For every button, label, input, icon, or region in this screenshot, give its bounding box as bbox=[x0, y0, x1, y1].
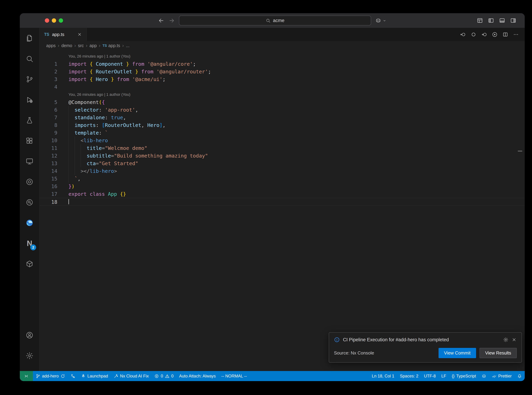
activitybar-item-search[interactable] bbox=[21, 50, 38, 67]
code-line-16[interactable]: 16}) bbox=[40, 182, 525, 190]
line-number[interactable]: 9 bbox=[40, 129, 57, 137]
statusbar-remote-indicator[interactable] bbox=[20, 371, 33, 381]
toggle-file-changes-button[interactable] bbox=[471, 32, 476, 37]
toggle-file-heatmap-button[interactable] bbox=[481, 32, 487, 37]
activitybar-item-extensions[interactable] bbox=[21, 132, 38, 149]
breadcrumb-item-src[interactable]: src bbox=[78, 43, 84, 48]
activitybar-item-package-explorer[interactable] bbox=[21, 256, 38, 272]
code-line-9[interactable]: 9 template: ` bbox=[40, 129, 525, 137]
statusbar-copilot-status[interactable] bbox=[479, 371, 489, 381]
statusbar-problems[interactable]: 00 bbox=[151, 371, 176, 381]
statusbar-git-branch[interactable]: add-hero bbox=[33, 371, 68, 381]
codelens-annotation[interactable]: You, 26 minutes ago | 1 author (You) bbox=[69, 91, 525, 99]
code-line-4[interactable]: 4 bbox=[40, 83, 525, 91]
code-line-11[interactable]: 11 title="Welcmoe demo" bbox=[40, 144, 525, 152]
go-forward-button[interactable] bbox=[168, 17, 175, 24]
line-number[interactable]: 6 bbox=[40, 106, 57, 114]
activitybar-item-search-and-compare[interactable] bbox=[21, 194, 38, 211]
line-number[interactable]: 13 bbox=[40, 159, 57, 167]
codelens-row[interactable]: You, 26 minutes ago | 1 author (You) bbox=[40, 53, 525, 60]
breadcrumb-item-app-ts[interactable]: TSapp.ts bbox=[102, 43, 120, 48]
code-line-12[interactable]: 12 subtitle="Build something amazing tod… bbox=[40, 152, 525, 159]
notification-settings-icon[interactable] bbox=[503, 337, 508, 342]
line-number[interactable]: 7 bbox=[40, 114, 57, 121]
line-number[interactable]: 4 bbox=[40, 83, 57, 91]
line-number[interactable]: 17 bbox=[40, 190, 57, 198]
code-line-2[interactable]: 2import { RouterOutlet } from '@angular/… bbox=[40, 68, 525, 76]
statusbar-nx-cloud-ai-fix[interactable]: Nx Cloud AI Fix bbox=[111, 371, 151, 381]
statusbar-language-mode[interactable]: {}TypeScript bbox=[449, 371, 479, 381]
code-line-10[interactable]: 10 <lib-hero bbox=[40, 137, 525, 144]
code-line-18[interactable]: 18 bbox=[40, 198, 525, 205]
statusbar-cursor-position[interactable]: Ln 18, Col 1 bbox=[369, 371, 397, 381]
command-center-search[interactable]: acme bbox=[179, 16, 371, 26]
line-number[interactable]: 10 bbox=[40, 137, 57, 144]
toggle-panel-button[interactable] bbox=[499, 17, 505, 24]
line-number[interactable]: 12 bbox=[40, 152, 57, 159]
line-number[interactable]: 11 bbox=[40, 144, 57, 152]
statusbar-vim-mode[interactable]: -- NORMAL -- bbox=[219, 371, 250, 381]
statusbar-git-compare[interactable] bbox=[68, 371, 78, 381]
code-line-7[interactable]: 7 standalone: true, bbox=[40, 114, 525, 121]
statusbar-encoding[interactable]: UTF-8 bbox=[421, 371, 439, 381]
zoom-window-button[interactable] bbox=[59, 18, 63, 23]
go-back-button[interactable] bbox=[158, 17, 164, 24]
toggle-secondary-sidebar-button[interactable] bbox=[510, 17, 516, 24]
statusbar-indentation[interactable]: Spaces: 2 bbox=[397, 371, 421, 381]
line-number[interactable]: 16 bbox=[40, 182, 57, 190]
code-line-3[interactable]: 3import { Hero } from '@acme/ui'; bbox=[40, 76, 525, 83]
codelens-annotation[interactable]: You, 26 minutes ago | 1 author (You) bbox=[69, 53, 525, 60]
line-number[interactable]: 5 bbox=[40, 99, 57, 106]
codelens-row[interactable]: You, 26 minutes ago | 1 author (You) bbox=[40, 91, 525, 99]
breadcrumb-item-app[interactable]: app bbox=[90, 43, 97, 48]
code-editor[interactable]: You, 26 minutes ago | 1 author (You)1imp… bbox=[40, 50, 525, 371]
breadcrumb-item--[interactable]: ... bbox=[126, 43, 129, 48]
activitybar-item-run-and-debug[interactable] bbox=[21, 91, 38, 108]
statusbar-notifications[interactable] bbox=[515, 371, 525, 381]
more-actions-button[interactable] bbox=[513, 32, 519, 37]
activitybar-item-testing[interactable] bbox=[21, 112, 38, 129]
line-number[interactable]: 1 bbox=[40, 60, 57, 68]
run-file-button[interactable] bbox=[492, 32, 498, 37]
line-number[interactable]: 14 bbox=[40, 167, 57, 175]
toggle-primary-sidebar-button[interactable] bbox=[488, 17, 494, 24]
notification-close-icon[interactable] bbox=[511, 337, 517, 342]
activitybar-item-accounts[interactable] bbox=[21, 327, 38, 344]
code-line-8[interactable]: 8 imports: [RouterOutlet, Hero], bbox=[40, 121, 525, 129]
activitybar-item-explorer[interactable] bbox=[21, 30, 38, 47]
line-number[interactable]: 8 bbox=[40, 121, 57, 129]
activitybar-item-gitlens[interactable] bbox=[21, 174, 38, 190]
activitybar-item-remote-explorer[interactable] bbox=[21, 153, 38, 170]
close-window-button[interactable] bbox=[45, 18, 49, 23]
code-line-1[interactable]: 1import { Component } from '@angular/cor… bbox=[40, 60, 525, 68]
breadcrumb-item-apps[interactable]: apps bbox=[46, 43, 56, 48]
activitybar-item-edge-devtools[interactable] bbox=[21, 214, 38, 231]
copilot-menu[interactable] bbox=[375, 17, 387, 23]
toggle-file-blame-button[interactable] bbox=[460, 32, 466, 37]
line-number[interactable]: 3 bbox=[40, 76, 57, 83]
customize-layout-button[interactable] bbox=[477, 17, 483, 24]
line-number[interactable]: 18 bbox=[40, 198, 57, 205]
activitybar-item-source-control[interactable] bbox=[21, 71, 38, 88]
close-tab-button[interactable] bbox=[77, 32, 82, 37]
activitybar-item-nx-console[interactable]: N2 bbox=[21, 235, 38, 252]
view-commit-button[interactable]: View Commit bbox=[439, 348, 476, 358]
minimize-window-button[interactable] bbox=[52, 18, 56, 23]
code-line-6[interactable]: 6 selector: 'app-root', bbox=[40, 106, 525, 114]
code-line-5[interactable]: 5@Component({ bbox=[40, 99, 525, 106]
line-number[interactable]: 2 bbox=[40, 68, 57, 76]
code-line-17[interactable]: 17export class App {} bbox=[40, 190, 525, 198]
activitybar-item-manage[interactable] bbox=[21, 347, 38, 364]
line-number[interactable]: 15 bbox=[40, 175, 57, 182]
statusbar-gitlens-launchpad[interactable]: Launchpad bbox=[78, 371, 111, 381]
statusbar-auto-attach[interactable]: Auto Attach: Always bbox=[176, 371, 219, 381]
code-line-13[interactable]: 13 cta="Get Started" bbox=[40, 159, 525, 167]
statusbar-formatter-prettier[interactable]: Prettier bbox=[489, 371, 515, 381]
tab-app-ts[interactable]: TS app.ts bbox=[40, 28, 87, 41]
split-editor-button[interactable] bbox=[502, 32, 508, 37]
statusbar-end-of-line[interactable]: LF bbox=[439, 371, 449, 381]
breadcrumb-item-demo[interactable]: demo bbox=[61, 43, 72, 48]
view-results-button[interactable]: View Results bbox=[479, 348, 517, 358]
code-line-15[interactable]: 15 `, bbox=[40, 175, 525, 182]
code-line-14[interactable]: 14 ></lib-hero> bbox=[40, 167, 525, 175]
